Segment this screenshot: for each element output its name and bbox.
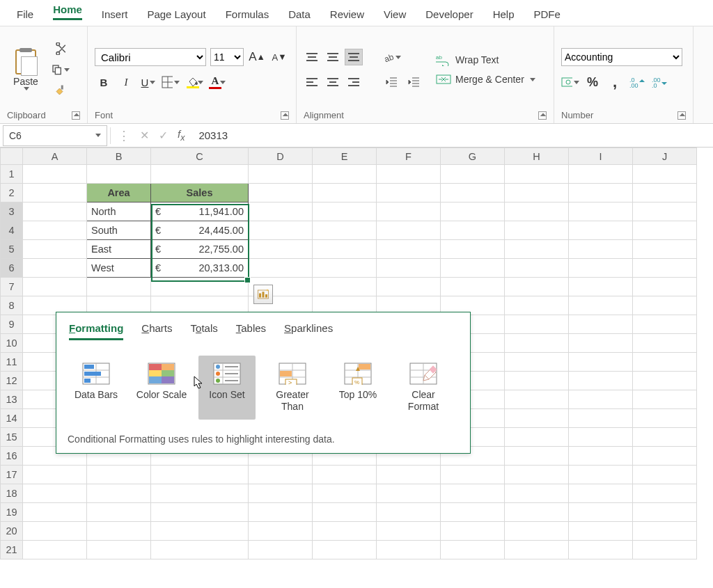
worksheet-grid[interactable]: A B C D E F G H I J 1 2 Area Sales 3 Nor… [0,148,713,588]
formula-input[interactable]: 20313 [191,129,713,141]
col-header[interactable]: D [249,148,313,165]
format-painter-button[interactable] [52,83,70,98]
row-header[interactable]: 15 [1,428,23,447]
qa-opt-clear-format[interactable]: Clear Format [395,356,452,420]
wrap-text-button[interactable]: ab Wrap Text [436,54,535,66]
orientation-button[interactable]: ab [383,48,401,66]
qa-opt-icon-set[interactable]: Icon Set [198,356,256,420]
percent-button[interactable]: % [583,73,602,91]
qa-tab-sparklines[interactable]: Sparklines [284,322,333,340]
row-header[interactable]: 8 [1,296,23,315]
qa-opt-color-scale[interactable]: Color Scale [133,356,190,420]
row-header[interactable]: 6 [1,259,23,278]
cell[interactable]: West [87,259,151,278]
font-size-select[interactable]: 11 [210,48,244,66]
tab-pdf[interactable]: PDFe [524,3,570,26]
row-header[interactable]: 11 [1,353,23,372]
alignment-launcher[interactable] [538,111,547,120]
align-right-button[interactable] [345,74,362,90]
col-header[interactable]: J [633,148,697,165]
accounting-format-button[interactable] [561,73,579,91]
font-color-button[interactable]: A [206,73,224,91]
merge-center-button[interactable]: Merge & Center [436,73,535,86]
tab-data[interactable]: Data [279,3,320,26]
row-header[interactable]: 14 [1,409,23,428]
col-header[interactable]: C [151,148,249,165]
font-name-select[interactable]: Calibri [95,48,206,66]
tab-help[interactable]: Help [483,3,524,26]
cell[interactable]: €20,313.00 [151,259,249,278]
cell[interactable]: €22,755.00 [151,240,249,259]
decrease-decimal-button[interactable]: .00.0 [650,73,668,91]
copy-button[interactable] [52,62,70,77]
col-header[interactable]: G [441,148,505,165]
comma-button[interactable]: , [606,73,624,91]
decrease-indent-button[interactable] [383,73,401,91]
select-all-corner[interactable] [1,148,23,165]
tab-developer[interactable]: Developer [416,3,483,26]
row-header[interactable]: 3 [1,202,23,221]
shrink-font-button[interactable]: A▼ [270,48,288,66]
row-header[interactable]: 2 [1,184,23,202]
row-header[interactable]: 5 [1,240,23,259]
row-header[interactable]: 10 [1,334,23,353]
align-center-button[interactable] [324,74,341,90]
clipboard-launcher[interactable] [72,111,80,120]
col-header[interactable]: I [569,148,633,165]
row-header[interactable]: 19 [1,503,23,522]
tab-home[interactable]: Home [43,0,92,26]
row-header[interactable]: 20 [1,522,23,541]
cell[interactable]: North [87,202,151,221]
fill-color-button[interactable] [184,73,202,91]
cell[interactable]: €11,941.00 [151,202,249,221]
quick-analysis-button[interactable] [253,285,273,304]
tab-file[interactable]: File [7,3,43,26]
font-launcher[interactable] [281,111,289,120]
align-left-button[interactable] [304,74,320,90]
qa-opt-top-10[interactable]: % Top 10% [329,356,386,420]
col-header[interactable]: B [87,148,151,165]
row-header[interactable]: 12 [1,372,23,390]
row-header[interactable]: 17 [1,466,23,484]
cancel-formula-button[interactable]: ✕ [140,129,149,142]
grow-font-button[interactable]: A▲ [248,48,266,66]
align-top-button[interactable] [304,49,320,65]
col-header[interactable]: A [23,148,87,165]
col-header[interactable]: F [377,148,441,165]
tab-formulas[interactable]: Formulas [216,3,279,26]
qa-tab-totals[interactable]: Totals [191,322,218,340]
align-bottom-button[interactable] [345,49,362,65]
borders-button[interactable] [162,73,180,91]
row-header[interactable]: 13 [1,390,23,409]
row-header[interactable]: 21 [1,541,23,559]
col-header[interactable]: H [505,148,569,165]
name-box[interactable]: C6 [3,125,107,146]
increase-indent-button[interactable] [405,73,423,91]
enter-formula-button[interactable]: ✓ [159,129,168,142]
tab-review[interactable]: Review [320,3,374,26]
qa-opt-data-bars[interactable]: Data Bars [68,356,125,420]
tab-page-layout[interactable]: Page Layout [137,3,215,26]
italic-button[interactable]: I [117,73,135,91]
number-format-select[interactable]: Accounting [561,48,682,66]
row-header[interactable]: 1 [1,165,23,184]
qa-opt-greater-than[interactable]: > Greater Than [264,356,321,420]
col-header[interactable]: E [313,148,377,165]
underline-button[interactable]: U [139,73,157,91]
tab-view[interactable]: View [374,3,416,26]
bold-button[interactable]: B [95,73,113,91]
cell[interactable]: €24,445.00 [151,221,249,240]
cell[interactable]: Sales [151,184,249,202]
row-header[interactable]: 9 [1,315,23,334]
increase-decimal-button[interactable]: .0.00 [628,73,646,91]
row-header[interactable]: 18 [1,484,23,503]
cell[interactable]: South [87,221,151,240]
tab-insert[interactable]: Insert [92,3,138,26]
qa-tab-charts[interactable]: Charts [141,322,172,340]
number-launcher[interactable] [677,111,686,120]
row-header[interactable]: 4 [1,221,23,240]
fx-button[interactable]: fx [178,128,185,143]
cell[interactable]: Area [87,184,151,202]
qa-tab-tables[interactable]: Tables [236,322,266,340]
row-header[interactable]: 7 [1,278,23,296]
